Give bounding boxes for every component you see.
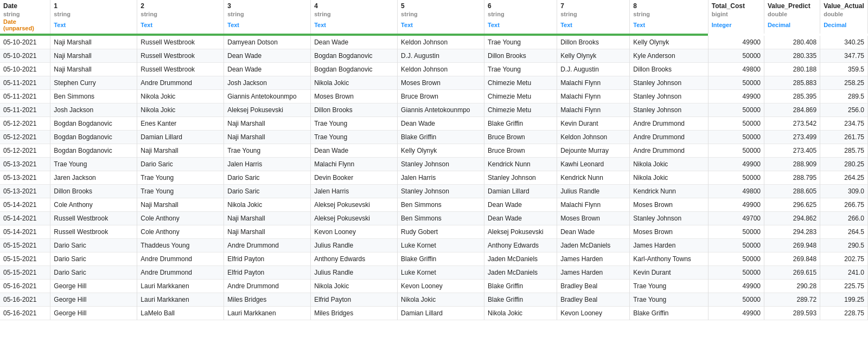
cell-c5: Keldon Johnson	[398, 63, 484, 76]
col-header-total[interactable]: Total_Cost	[708, 0, 764, 11]
cell-c8: Nikola Jokic	[630, 158, 708, 171]
cell-c6: Aleksej Pokusevski	[484, 225, 557, 239]
cell-c1: Dario Saric	[50, 266, 137, 280]
table-row: 05-11-2021Stephen CurryAndre DrummondJos…	[0, 76, 868, 90]
cell-total: 50000	[708, 266, 764, 280]
table-body: 05-10-2021Naji MarshallRussell Westbrook…	[0, 36, 868, 320]
cell-c4: Miles Bridges	[311, 307, 398, 320]
cell-predict: 269.615	[764, 266, 820, 280]
cell-c6: Dillon Brooks	[484, 49, 557, 63]
cell-predict: 290.28	[764, 280, 820, 293]
cell-date: 05-15-2021	[0, 239, 50, 252]
cell-predict: 273.542	[764, 117, 820, 131]
cell-c5: Kelly Olynyk	[398, 144, 484, 158]
cell-c8: Moses Brown	[630, 225, 708, 239]
cell-c7: Julius Randle	[557, 185, 630, 198]
cell-c6: Chimezie Metu	[484, 76, 557, 90]
cell-date: 05-12-2021	[0, 144, 50, 158]
cell-c1: Dillon Brooks	[50, 185, 137, 198]
cell-date: 05-13-2021	[0, 185, 50, 198]
cell-c7: Keldon Johnson	[557, 131, 630, 144]
cell-c4: Dillon Brooks	[311, 103, 398, 117]
cell-c2: Nikola Jokic	[137, 90, 224, 103]
cell-c7: D.J. Augustin	[557, 63, 630, 76]
col-header-c7[interactable]: 7	[557, 0, 630, 11]
cell-total: 49700	[708, 212, 764, 225]
cell-date: 05-16-2021	[0, 307, 50, 320]
cell-total: 50000	[708, 131, 764, 144]
col-header-c8[interactable]: 8	[630, 0, 708, 11]
column-headers: Date12345678Total_CostValue_PredictValue…	[0, 0, 868, 11]
cell-c6: Bruce Brown	[484, 131, 557, 144]
cell-total: 50000	[708, 252, 764, 266]
cell-actual: 234.75	[820, 117, 868, 131]
col-subtype-c1: Text	[50, 18, 137, 34]
cell-c8: Stanley Johnson	[630, 212, 708, 225]
col-header-c6[interactable]: 6	[484, 0, 557, 11]
cell-c8: Kyle Anderson	[630, 49, 708, 63]
col-type-date: string	[0, 11, 50, 18]
cell-c4: Jalen Harris	[311, 185, 398, 198]
cell-c4: Bogdan Bogdanovic	[311, 49, 398, 63]
cell-c4: Nikola Jokic	[311, 280, 398, 293]
cell-actual: 309.0	[820, 185, 868, 198]
cell-c1: Russell Westbrook	[50, 212, 137, 225]
col-header-c4[interactable]: 4	[311, 0, 398, 11]
cell-c7: Malachi Flynn	[557, 76, 630, 90]
cell-c6: Trae Young	[484, 36, 557, 49]
cell-actual: 264.25	[820, 171, 868, 185]
col-header-c1[interactable]: 1	[50, 0, 137, 11]
cell-c1: Trae Young	[50, 158, 137, 171]
data-table-container: Date12345678Total_CostValue_PredictValue…	[0, 0, 868, 320]
cell-predict: 294.862	[764, 212, 820, 225]
cell-c5: D.J. Augustin	[398, 49, 484, 63]
cell-c7: Malachi Flynn	[557, 198, 630, 212]
cell-c8: Andre Drummond	[630, 117, 708, 131]
cell-c6: Chimezie Metu	[484, 103, 557, 117]
cell-c1: Ben Simmons	[50, 90, 137, 103]
cell-c8: Trae Young	[630, 293, 708, 307]
cell-c1: Bogdan Bogdanovic	[50, 144, 137, 158]
cell-c3: Dario Saric	[224, 185, 311, 198]
col-subtype-c7: Text	[557, 18, 630, 34]
table-row: 05-16-2021George HillLauri MarkkanenAndr…	[0, 280, 868, 293]
col-header-c5[interactable]: 5	[398, 0, 484, 11]
cell-actual: 199.25	[820, 293, 868, 307]
table-row: 05-14-2021Cole AnthonyNaji MarshallNikol…	[0, 198, 868, 212]
cell-actual: 258.25	[820, 76, 868, 90]
cell-c3: Dario Saric	[224, 171, 311, 185]
cell-c1: Naji Marshall	[50, 36, 137, 49]
cell-predict: 285.395	[764, 90, 820, 103]
cell-c5: Keldon Johnson	[398, 36, 484, 49]
col-header-predict[interactable]: Value_Predict	[764, 0, 820, 11]
cell-c2: Russell Westbrook	[137, 63, 224, 76]
table-row: 05-14-2021Russell WestbrookCole AnthonyN…	[0, 225, 868, 239]
cell-actual: 256.0	[820, 103, 868, 117]
col-subtype-total: Integer	[708, 18, 764, 34]
cell-c6: Bruce Brown	[484, 144, 557, 158]
cell-predict: 273.405	[764, 144, 820, 158]
cell-c1: Bogdan Bogdanovic	[50, 117, 137, 131]
cell-date: 05-10-2021	[0, 49, 50, 63]
cell-c6: Trae Young	[484, 63, 557, 76]
col-header-date[interactable]: Date	[0, 0, 50, 11]
cell-c4: Moses Brown	[311, 90, 398, 103]
cell-c7: Dillon Brooks	[557, 36, 630, 49]
cell-c7: Bradley Beal	[557, 280, 630, 293]
cell-actual: 264.5	[820, 225, 868, 239]
cell-c2: Dario Saric	[137, 158, 224, 171]
cell-c7: Kevon Looney	[557, 307, 630, 320]
col-subtype-c2: Text	[137, 18, 224, 34]
cell-c4: Julius Randle	[311, 266, 398, 280]
col-header-actual[interactable]: Value_Actual	[820, 0, 868, 11]
cell-c2: Enes Kanter	[137, 117, 224, 131]
col-header-c3[interactable]: 3	[224, 0, 311, 11]
col-header-c2[interactable]: 2	[137, 0, 224, 11]
table-row: 05-12-2021Bogdan BogdanovicNaji Marshall…	[0, 144, 868, 158]
cell-total: 50000	[708, 76, 764, 90]
cell-c8: Kevin Durant	[630, 266, 708, 280]
col-subtype-c3: Text	[224, 18, 311, 34]
cell-c4: Dean Wade	[311, 144, 398, 158]
col-subtype-c5: Text	[398, 18, 484, 34]
cell-c4: Trae Young	[311, 117, 398, 131]
